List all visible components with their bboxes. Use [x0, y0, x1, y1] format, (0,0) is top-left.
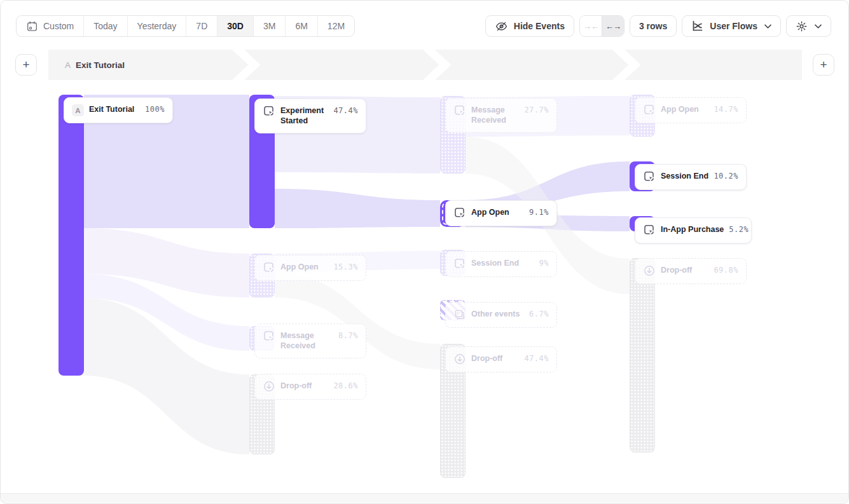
plus-icon: +	[22, 58, 29, 72]
date-range-label: 3M	[263, 21, 275, 31]
node-percent: 15.3%	[333, 262, 358, 271]
node-label: Message Received	[280, 330, 333, 351]
event-icon	[643, 224, 656, 236]
node-label: Drop-off	[471, 353, 502, 364]
dropoff-icon	[643, 264, 656, 277]
step-name: Exit Tutorial	[76, 60, 125, 70]
flow-node-card-session-end[interactable]: Session End9%	[445, 251, 557, 277]
date-range-label: Yesterday	[137, 21, 177, 31]
add-step-left-button[interactable]: +	[15, 54, 37, 76]
date-range-label: 12M	[328, 21, 345, 31]
node-percent: 69.8%	[714, 265, 738, 275]
user-flows-panel: AExit Tutorial100% Experiment Started47.…	[0, 0, 849, 504]
event-icon	[643, 170, 656, 183]
hide-events-button[interactable]: Hide Events	[485, 15, 574, 37]
settings-button[interactable]	[786, 15, 831, 37]
date-range-label: 30D	[227, 21, 244, 31]
collapse-columns-button[interactable]: →←	[580, 16, 602, 36]
add-step-right-button[interactable]: +	[813, 54, 834, 76]
flow-node-card-app-open[interactable]: App Open9.1%	[445, 200, 557, 226]
date-range-7d[interactable]: 7D	[186, 16, 217, 36]
flow-node-card-message-received[interactable]: Message Received27.7%	[445, 98, 557, 133]
flow-node-card-app-open[interactable]: App Open14.7%	[635, 97, 747, 123]
user-flows-chart-icon	[691, 20, 704, 32]
calendar-icon	[26, 20, 38, 32]
view-selector-label: User Flows	[710, 21, 757, 31]
flow-node-card-session-end[interactable]: Session End10.2%	[635, 164, 747, 190]
node-label: App Open	[661, 104, 699, 114]
step-1-label[interactable]: A Exit Tutorial	[65, 50, 125, 80]
flow-node-card-drop-off[interactable]: Drop-off69.8%	[635, 258, 747, 284]
flow-node-card-other-events[interactable]: Other events6.7%	[445, 302, 557, 328]
node-label: Session End	[471, 258, 519, 268]
date-range-label: 6M	[295, 21, 307, 31]
toolbar: CustomTodayYesterday7D30D3M6M12M Hide Ev…	[1, 1, 848, 41]
event-icon	[453, 104, 466, 117]
node-label: In-App Purchase	[661, 224, 724, 235]
date-range-12m[interactable]: 12M	[318, 16, 354, 36]
node-percent: 9.1%	[529, 207, 549, 217]
node-label: Other events	[471, 309, 520, 319]
flow-node-card-exit-tutorial[interactable]: AExit Tutorial100%	[64, 97, 173, 123]
date-range-custom[interactable]: Custom	[17, 16, 84, 36]
event-letter-badge: A	[72, 104, 84, 116]
flow-node-card-message-received[interactable]: Message Received8.7%	[254, 324, 366, 358]
event-icon	[643, 104, 656, 116]
node-label: Session End	[661, 171, 708, 181]
event-icon	[263, 330, 275, 343]
other-events-icon	[453, 308, 466, 321]
node-percent: 47.4%	[333, 106, 358, 115]
flow-node-card-drop-off[interactable]: Drop-off28.6%	[254, 374, 366, 400]
flow-link	[84, 298, 249, 454]
flow-link	[84, 228, 249, 297]
date-range-30d[interactable]: 30D	[217, 16, 254, 36]
date-range-label: Custom	[43, 21, 74, 31]
dropoff-icon	[263, 380, 275, 393]
node-percent: 27.7%	[524, 105, 549, 114]
date-range-3m[interactable]: 3M	[254, 16, 286, 36]
gear-icon	[796, 20, 808, 32]
expand-columns-button[interactable]: ←→	[602, 16, 624, 36]
rows-button[interactable]: 3 rows	[630, 15, 677, 37]
event-icon	[263, 261, 275, 274]
flow-link	[275, 189, 440, 228]
flow-node-card-app-open[interactable]: App Open15.3%	[254, 255, 366, 281]
node-percent: 8.7%	[338, 330, 358, 340]
date-range-yesterday[interactable]: Yesterday	[128, 16, 187, 36]
plus-icon: +	[820, 58, 827, 72]
chevron-down-icon	[764, 24, 771, 29]
collapse-arrows-icon: →←	[583, 22, 598, 31]
node-percent: 100%	[145, 104, 165, 114]
node-percent: 5.2%	[729, 224, 749, 234]
node-label: Drop-off	[661, 265, 692, 275]
node-percent: 28.6%	[333, 381, 358, 390]
flow-node-bar-exit-tutorial[interactable]	[59, 95, 84, 376]
node-percent: 9%	[539, 258, 549, 268]
event-icon	[453, 207, 466, 219]
step-chevron-separators	[48, 50, 802, 80]
date-range-label: 7D	[196, 21, 207, 31]
collapse-expand-group: →← ←→	[579, 15, 625, 37]
chevron-down-icon	[815, 24, 822, 29]
node-label: App Open	[471, 207, 509, 217]
date-range-label: Today	[93, 21, 117, 31]
node-percent: 47.4%	[524, 353, 549, 363]
node-percent: 14.7%	[714, 104, 738, 114]
step-badge: A	[65, 60, 71, 70]
date-range-segmented-control: CustomTodayYesterday7D30D3M6M12M	[16, 15, 355, 37]
node-label: Exit Tutorial	[89, 104, 134, 114]
flow-node-card-experiment-started[interactable]: Experiment Started47.4%	[254, 99, 366, 133]
hide-events-label: Hide Events	[514, 21, 565, 31]
flow-steps-banner: A Exit Tutorial	[48, 50, 802, 80]
flow-node-card-drop-off[interactable]: Drop-off47.4%	[445, 346, 557, 372]
date-range-today[interactable]: Today	[84, 16, 127, 36]
node-percent: 10.2%	[714, 171, 738, 180]
flow-node-bar-drop-off[interactable]	[630, 258, 655, 453]
flow-node-card-in-app-purchase[interactable]: In-App Purchase5.2%	[635, 217, 752, 243]
node-label: Message Received	[471, 105, 519, 126]
view-selector-button[interactable]: User Flows	[682, 15, 781, 37]
rows-label: 3 rows	[639, 21, 667, 31]
event-icon	[453, 257, 466, 270]
date-range-6m[interactable]: 6M	[286, 16, 317, 36]
panel-footer-scroll-strip[interactable]	[1, 493, 848, 503]
